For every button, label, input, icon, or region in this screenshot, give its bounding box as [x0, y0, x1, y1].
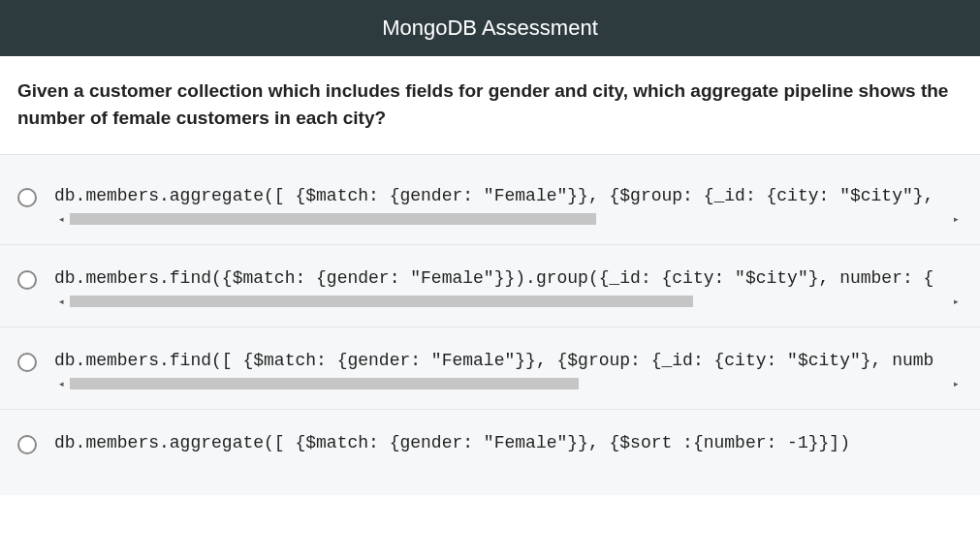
scroll-track[interactable]: [70, 213, 947, 225]
code-snippet: db.members.aggregate([ {$match: {gender:…: [54, 433, 963, 452]
code-wrap: db.members.aggregate([ {$match: {gender:…: [54, 433, 963, 458]
scroll-left-icon[interactable]: ◂: [54, 295, 68, 308]
radio-button[interactable]: [17, 435, 37, 454]
options-list: db.members.aggregate([ {$match: {gender:…: [0, 155, 980, 495]
scroll-left-icon[interactable]: ◂: [54, 377, 68, 390]
radio-button[interactable]: [17, 353, 37, 372]
radio-button[interactable]: [17, 270, 37, 290]
code-snippet: db.members.aggregate([ {$match: {gender:…: [54, 186, 963, 205]
scroll-track[interactable]: [70, 378, 947, 389]
code-wrap: db.members.find({$match: {gender: "Femal…: [54, 268, 963, 309]
code-snippet: db.members.find([ {$match: {gender: "Fem…: [54, 351, 963, 370]
code-wrap: db.members.find([ {$match: {gender: "Fem…: [54, 351, 963, 391]
scroll-right-icon[interactable]: ▸: [949, 295, 963, 308]
radio-button[interactable]: [17, 188, 37, 207]
assessment-header: MongoDB Assessment: [0, 0, 980, 56]
option-item: db.members.aggregate([ {$match: {gender:…: [0, 163, 980, 245]
page-title: MongoDB Assessment: [382, 16, 598, 40]
horizontal-scrollbar[interactable]: ◂ ▸: [54, 294, 963, 309]
scroll-thumb[interactable]: [70, 296, 693, 307]
question-text: Given a customer collection which includ…: [0, 56, 980, 155]
option-item: db.members.aggregate([ {$match: {gender:…: [0, 410, 980, 476]
scroll-left-icon[interactable]: ◂: [54, 212, 68, 226]
scroll-right-icon[interactable]: ▸: [949, 212, 963, 226]
option-item: db.members.find([ {$match: {gender: "Fem…: [0, 327, 980, 410]
scroll-right-icon[interactable]: ▸: [949, 377, 963, 390]
horizontal-scrollbar[interactable]: ◂ ▸: [54, 211, 963, 227]
code-snippet: db.members.find({$match: {gender: "Femal…: [54, 268, 963, 288]
code-wrap: db.members.aggregate([ {$match: {gender:…: [54, 186, 963, 227]
scroll-thumb[interactable]: [70, 213, 596, 225]
option-item: db.members.find({$match: {gender: "Femal…: [0, 245, 980, 327]
horizontal-scrollbar[interactable]: ◂ ▸: [54, 376, 963, 391]
scroll-thumb[interactable]: [70, 378, 579, 389]
scroll-track[interactable]: [70, 296, 947, 307]
